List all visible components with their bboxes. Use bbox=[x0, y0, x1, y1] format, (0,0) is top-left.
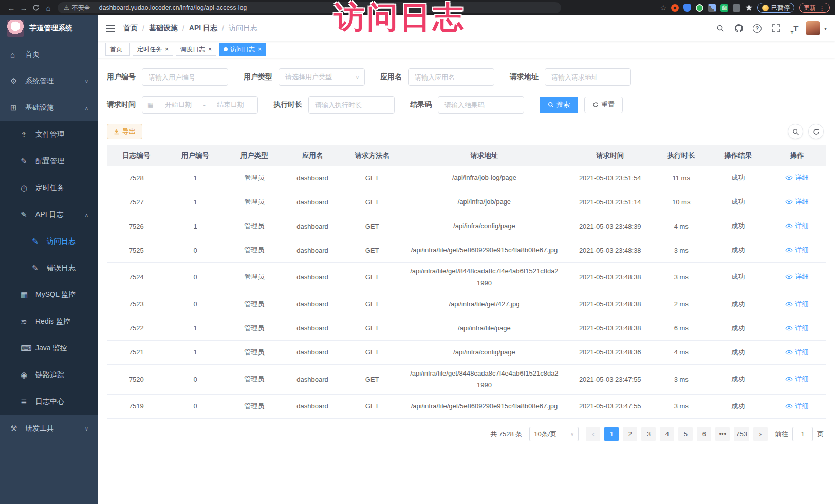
close-icon[interactable]: × bbox=[208, 46, 212, 53]
detail-link[interactable]: 详细 bbox=[785, 348, 808, 357]
close-icon[interactable]: × bbox=[165, 46, 169, 53]
request-url-cell: /api/infra/config/page bbox=[403, 220, 565, 232]
tab[interactable]: 定时任务 × bbox=[133, 43, 173, 56]
security-label: 不安全 bbox=[72, 4, 90, 12]
sidebar-item[interactable]: ✎ 访问日志 bbox=[0, 228, 98, 255]
goto-suffix: 页 bbox=[817, 430, 824, 439]
app-name-input[interactable] bbox=[408, 68, 494, 86]
sidebar-item[interactable]: ⚙ 系统管理 ∨ bbox=[0, 68, 98, 95]
refresh-button[interactable] bbox=[808, 124, 824, 139]
browser-home-icon[interactable]: ⌂ bbox=[42, 2, 54, 14]
help-icon[interactable]: ? bbox=[750, 21, 765, 35]
request-url-input[interactable] bbox=[545, 68, 631, 86]
tab[interactable]: 访问日志 × bbox=[219, 43, 266, 56]
sidebar-item[interactable]: ✎ 错误日志 bbox=[0, 255, 98, 282]
detail-link[interactable]: 详细 bbox=[785, 300, 808, 309]
github-icon[interactable] bbox=[732, 21, 746, 35]
hamburger-icon[interactable] bbox=[106, 24, 115, 32]
page-size-select[interactable]: 10条/页 ∨ bbox=[529, 427, 579, 441]
goto-page-input[interactable] bbox=[792, 427, 813, 441]
sidebar-item[interactable]: ◉ 链路追踪 bbox=[0, 362, 98, 388]
duration-input[interactable] bbox=[308, 96, 395, 114]
page-number-button[interactable]: 1 bbox=[604, 427, 619, 441]
address-bar[interactable]: ⚠ 不安全 dashboard.yudao.iocoder.cn/infra/l… bbox=[58, 2, 561, 13]
page-number-button[interactable]: ••• bbox=[715, 427, 730, 441]
sidebar-item[interactable]: ⌂ 首页 bbox=[0, 41, 98, 68]
sidebar-item[interactable]: ⚒ 研发工具 ∨ bbox=[0, 415, 98, 442]
breadcrumb-link[interactable]: 基础设施 bbox=[149, 24, 178, 33]
user-id-input[interactable] bbox=[142, 68, 228, 86]
detail-link[interactable]: 详细 bbox=[785, 402, 808, 411]
export-button[interactable]: 导出 bbox=[107, 124, 142, 139]
breadcrumb-link[interactable]: 首页 bbox=[123, 24, 138, 33]
result-code-input[interactable] bbox=[438, 96, 524, 114]
sidebar-item[interactable]: ≋ Redis 监控 bbox=[0, 308, 98, 335]
table-row: 7523 0 管理员 dashboard GET /api/infra/file… bbox=[107, 292, 826, 316]
browser-menu-icon[interactable]: ⋮ bbox=[819, 4, 825, 12]
breadcrumb: 首页 / 基础设施 / API 日志 / 访问日志 bbox=[123, 24, 267, 33]
request-time-cell: 2021-05-03 23:48:39 bbox=[566, 222, 655, 230]
search-button[interactable]: 搜索 bbox=[540, 97, 578, 113]
detail-link[interactable]: 详细 bbox=[785, 246, 808, 255]
prev-page-button[interactable]: ‹ bbox=[586, 427, 600, 441]
page-number-button[interactable]: 3 bbox=[641, 427, 656, 441]
extension-translate-icon[interactable]: 翻 bbox=[720, 4, 728, 12]
breadcrumb-item: API 日志 / bbox=[189, 24, 229, 33]
detail-link[interactable]: 详细 bbox=[785, 272, 808, 282]
sidebar-item[interactable]: ✎ 配置管理 bbox=[0, 148, 98, 175]
breadcrumb-link[interactable]: 访问日志 bbox=[229, 24, 257, 33]
toggle-search-button[interactable] bbox=[788, 124, 803, 139]
detail-link[interactable]: 详细 bbox=[785, 375, 808, 384]
page-number-button[interactable]: 4 bbox=[660, 427, 674, 441]
tab[interactable]: 首页 bbox=[105, 43, 130, 56]
extension-grid-icon[interactable] bbox=[708, 4, 716, 12]
sidebar-item[interactable]: ✎ API 日志 ∧ bbox=[0, 201, 98, 228]
sidebar-item[interactable]: ⊞ 基础设施 ∧ bbox=[0, 95, 98, 121]
error-log-icon: ✎ bbox=[32, 264, 44, 273]
detail-link[interactable]: 详细 bbox=[785, 324, 808, 333]
column-header: 请求地址 bbox=[403, 150, 565, 162]
sidebar-item[interactable]: ▦ MySQL 监控 bbox=[0, 282, 98, 308]
search-icon[interactable] bbox=[713, 21, 728, 35]
bookmark-star-icon[interactable]: ☆ bbox=[660, 4, 666, 12]
result-cell: 成功 bbox=[708, 402, 768, 411]
extension-green-icon[interactable] bbox=[696, 4, 703, 12]
page-number-button[interactable]: 5 bbox=[678, 427, 693, 441]
access-log-table: 日志编号用户编号用户类型应用名请求方法名请求地址请求时间执行时长操作结果操作 7… bbox=[107, 145, 826, 419]
next-page-button[interactable]: › bbox=[753, 427, 768, 441]
browser-reload-icon[interactable] bbox=[30, 2, 42, 14]
sidebar-item-label: 基础设施 bbox=[25, 103, 54, 113]
page-number-button[interactable]: 753 bbox=[734, 427, 749, 441]
browser-forward-icon[interactable]: → bbox=[17, 2, 30, 14]
reset-button[interactable]: 重置 bbox=[584, 97, 623, 113]
duration-cell: 3 ms bbox=[655, 247, 708, 254]
paused-badge[interactable]: 已暂停 bbox=[757, 3, 794, 13]
chevron-down-icon: ∨ bbox=[356, 74, 359, 80]
user-type-select[interactable]: 请选择用户类型 ∨ bbox=[279, 68, 365, 86]
fullscreen-icon[interactable] bbox=[769, 21, 783, 35]
sidebar-item[interactable]: ◷ 定时任务 bbox=[0, 175, 98, 201]
sidebar-item[interactable]: ⇪ 文件管理 bbox=[0, 121, 98, 148]
detail-link[interactable]: 详细 bbox=[785, 221, 808, 231]
detail-link[interactable]: 详细 bbox=[785, 197, 808, 207]
extension-orange-icon[interactable] bbox=[671, 4, 679, 12]
detail-link[interactable]: 详细 bbox=[785, 173, 808, 182]
extension-key-icon[interactable] bbox=[733, 4, 740, 12]
caret-down-icon[interactable]: ▾ bbox=[824, 26, 827, 31]
sidebar-item[interactable]: ≣ 日志中心 bbox=[0, 388, 98, 415]
page-number-button[interactable]: 6 bbox=[697, 427, 711, 441]
user-type-cell: 管理员 bbox=[225, 402, 284, 411]
user-avatar[interactable] bbox=[806, 21, 820, 35]
breadcrumb-link[interactable]: API 日志 bbox=[189, 24, 217, 33]
close-icon[interactable]: × bbox=[258, 46, 262, 53]
update-button[interactable]: 更新 ⋮ bbox=[799, 3, 830, 13]
result-cell: 成功 bbox=[708, 272, 768, 282]
sidebar-item[interactable]: ⌨ Java 监控 bbox=[0, 335, 98, 362]
font-size-icon[interactable]: TT bbox=[787, 21, 802, 35]
browser-back-icon[interactable]: ← bbox=[5, 2, 17, 14]
page-number-button[interactable]: 2 bbox=[623, 427, 637, 441]
tab[interactable]: 调度日志 × bbox=[176, 43, 216, 56]
date-range-picker[interactable]: ▦ 开始日期 - 结束日期 bbox=[142, 96, 258, 114]
extensions-puzzle-icon[interactable] bbox=[745, 4, 753, 12]
extension-shield-icon[interactable] bbox=[683, 4, 691, 12]
